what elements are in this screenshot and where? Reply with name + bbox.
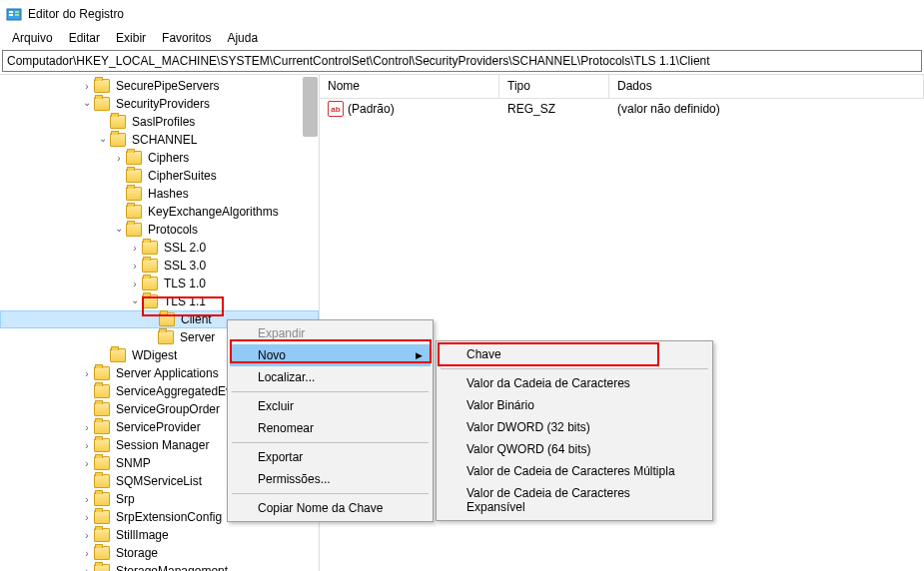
folder-icon — [126, 169, 142, 183]
tree-node-label: SNMP — [114, 456, 153, 470]
folder-icon — [94, 474, 110, 488]
tree-node-label: Client — [179, 312, 214, 326]
value-data: (valor não definido) — [609, 100, 924, 118]
tree-node-stillimage[interactable]: ›StillImage — [0, 526, 319, 544]
tree-node-tls-1.1[interactable]: ⌄TLS 1.1 — [0, 292, 319, 310]
tree-node-label: Ciphers — [146, 151, 191, 165]
folder-icon — [142, 277, 158, 290]
tree-node-protocols[interactable]: ⌄Protocols — [0, 221, 319, 239]
expand-toggle[interactable]: › — [80, 422, 94, 433]
expand-toggle[interactable]: › — [80, 440, 94, 451]
folder-icon — [94, 564, 110, 571]
svg-rect-3 — [15, 11, 19, 13]
expand-toggle[interactable]: › — [80, 81, 94, 92]
tree-node-saslprofiles[interactable]: ›SaslProfiles — [0, 113, 319, 131]
menu-item-valor-qword-64-bits-[interactable]: Valor QWORD (64 bits) — [439, 438, 710, 460]
value-type: REG_SZ — [499, 100, 609, 118]
folder-icon — [94, 384, 110, 398]
menu-separator — [232, 493, 429, 494]
expand-toggle[interactable]: ⌄ — [80, 97, 94, 108]
tree-node-label: SecurityProviders — [114, 97, 212, 111]
tree-node-hashes[interactable]: ›Hashes — [0, 185, 319, 203]
folder-icon — [126, 151, 142, 165]
expand-toggle[interactable]: › — [80, 458, 94, 469]
context-submenu-novo: ChaveValor da Cadeia de CaracteresValor … — [436, 340, 713, 521]
folder-icon — [94, 420, 110, 434]
header-nome[interactable]: Nome — [320, 75, 499, 98]
folder-icon — [126, 205, 142, 219]
menu-editar[interactable]: Editar — [61, 29, 108, 47]
tree-node-storagemanagement[interactable]: ›StorageManagement — [0, 562, 319, 571]
expand-toggle[interactable]: › — [128, 243, 142, 254]
list-row[interactable]: ab(Padrão)REG_SZ(valor não definido) — [320, 99, 924, 119]
folder-icon — [94, 79, 110, 93]
menu-item-chave[interactable]: Chave — [439, 343, 710, 365]
tree-node-schannel[interactable]: ⌄SCHANNEL — [0, 131, 319, 149]
folder-icon — [142, 241, 158, 255]
menu-item-valor-de-cadeia-de-caracteres-expans-vel[interactable]: Valor de Cadeia de Caracteres Expansível — [439, 482, 710, 518]
tree-node-ciphers[interactable]: ›Ciphers — [0, 149, 319, 167]
menu-item-novo[interactable]: Novo▶ — [230, 344, 431, 366]
scrollbar-thumb[interactable] — [303, 77, 318, 137]
menu-favoritos[interactable]: Favoritos — [154, 29, 219, 47]
menu-item-excluir[interactable]: Excluir — [230, 395, 431, 417]
expand-toggle[interactable]: › — [80, 548, 94, 559]
tree-node-label: TLS 1.1 — [162, 294, 208, 308]
menu-item-exportar[interactable]: Exportar — [230, 446, 431, 468]
header-tipo[interactable]: Tipo — [499, 75, 609, 98]
expand-toggle[interactable]: ⌄ — [128, 294, 142, 305]
expand-toggle[interactable]: ⌄ — [96, 133, 110, 144]
menu-item-valor-bin-rio[interactable]: Valor Binário — [439, 394, 710, 416]
tree-node-ssl-2.0[interactable]: ›SSL 2.0 — [0, 239, 319, 257]
menu-item-renomear[interactable]: Renomear — [230, 417, 431, 439]
tree-node-ssl-3.0[interactable]: ›SSL 3.0 — [0, 257, 319, 275]
menu-separator — [441, 368, 708, 369]
tree-node-label: StillImage — [114, 528, 171, 542]
tree-node-ciphersuites[interactable]: ›CipherSuites — [0, 167, 319, 185]
menu-item-valor-da-cadeia-de-caracteres[interactable]: Valor da Cadeia de Caracteres — [439, 372, 710, 394]
tree-node-label: SCHANNEL — [130, 133, 199, 147]
tree-node-tls-1.0[interactable]: ›TLS 1.0 — [0, 275, 319, 292]
title-bar: Editor do Registro — [0, 0, 924, 28]
tree-node-keyexchangealgorithms[interactable]: ›KeyExchangeAlgorithms — [0, 203, 319, 221]
folder-icon — [110, 115, 126, 129]
tree-node-label: SrpExtensionConfig — [114, 510, 224, 524]
expand-toggle[interactable]: › — [128, 279, 142, 289]
tree-node-label: Session Manager — [114, 438, 211, 452]
expand-toggle[interactable]: › — [128, 261, 142, 272]
tree-node-securityproviders[interactable]: ⌄SecurityProviders — [0, 95, 319, 113]
tree-node-label: Hashes — [146, 187, 191, 201]
folder-icon — [159, 312, 175, 326]
expand-toggle[interactable]: › — [112, 153, 126, 164]
menu-item-valor-dword-32-bits-[interactable]: Valor DWORD (32 bits) — [439, 416, 710, 438]
menu-arquivo[interactable]: Arquivo — [4, 29, 61, 47]
expand-toggle[interactable]: › — [80, 566, 94, 572]
expand-toggle[interactable]: › — [80, 512, 94, 523]
expand-toggle[interactable]: ⌄ — [112, 223, 126, 234]
tree-node-label: Protocols — [146, 223, 200, 237]
folder-icon — [94, 528, 110, 542]
menu-item-copiar-nome-da-chave[interactable]: Copiar Nome da Chave — [230, 497, 431, 519]
menu-item-localizar-[interactable]: Localizar... — [230, 366, 431, 388]
string-value-icon: ab — [328, 101, 344, 117]
tree-node-label: StorageManagement — [114, 564, 230, 571]
tree-node-label: Storage — [114, 546, 160, 560]
tree-node-storage[interactable]: ›Storage — [0, 544, 319, 562]
menu-item-valor-de-cadeia-de-caracteres-m-ltipla[interactable]: Valor de Cadeia de Caracteres Múltipla — [439, 460, 710, 482]
menu-ajuda[interactable]: Ajuda — [219, 29, 266, 47]
expand-toggle[interactable]: › — [80, 368, 94, 379]
tree-node-label: SSL 3.0 — [162, 259, 208, 273]
menu-item-expandir: Expandir — [230, 322, 431, 344]
menu-exibir[interactable]: Exibir — [108, 29, 154, 47]
tree-node-label: SQMServiceList — [114, 474, 204, 488]
tree-node-securepipeservers[interactable]: ›SecurePipeServers — [0, 77, 319, 95]
expand-toggle[interactable]: › — [80, 530, 94, 541]
expand-toggle[interactable]: › — [80, 494, 94, 505]
svg-rect-1 — [9, 11, 13, 13]
header-dados[interactable]: Dados — [609, 75, 924, 98]
menu-item-permiss-es-[interactable]: Permissões... — [230, 468, 431, 490]
folder-icon — [142, 259, 158, 273]
address-input[interactable] — [3, 52, 921, 70]
menu-separator — [232, 442, 429, 443]
folder-icon — [126, 223, 142, 237]
